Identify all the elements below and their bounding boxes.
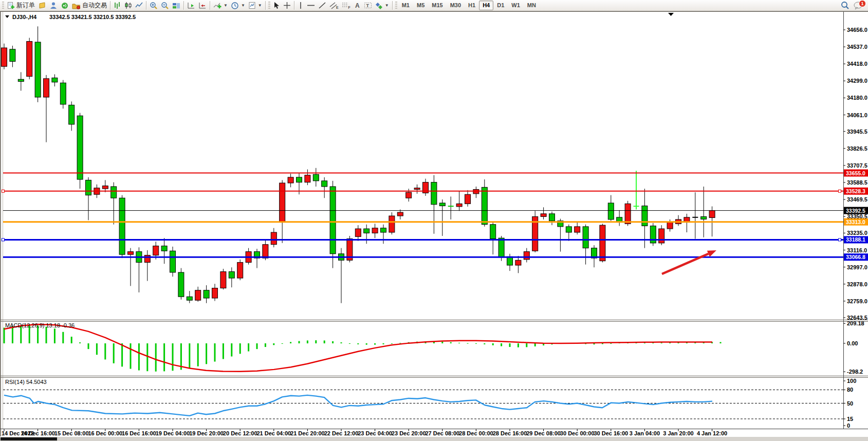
candle-body (482, 187, 487, 224)
candlestick-chart-button[interactable] (123, 1, 134, 10)
toolbar-grip[interactable] (395, 2, 397, 9)
zoom-in-button[interactable] (148, 1, 159, 10)
candle-body (60, 83, 66, 104)
indicators-button[interactable]: ▼ (212, 1, 229, 10)
hline-handle[interactable] (839, 238, 841, 241)
profiles-button[interactable] (36, 1, 48, 10)
candle-body (456, 204, 462, 207)
timeframe-h4[interactable]: H4 (479, 1, 493, 10)
horizontal-line-icon (307, 2, 315, 9)
rsi-label: RSI(14) 54.5043 (5, 379, 47, 385)
panel-collapse-icon[interactable] (668, 13, 674, 16)
symbol-dropdown-icon[interactable] (5, 15, 9, 18)
arrow-annotation-head[interactable] (707, 250, 716, 257)
trendline-button[interactable] (317, 1, 328, 10)
bar-chart-button[interactable] (112, 1, 123, 10)
cursor-button[interactable] (271, 1, 282, 10)
candle-body (271, 232, 276, 245)
profiles-icon (38, 2, 46, 9)
arrows-shapes-button[interactable]: ▼ (374, 1, 391, 10)
market-icon (49, 2, 58, 9)
line-chart-button[interactable] (134, 1, 144, 10)
rsi-tick-label: 15 (847, 416, 853, 422)
signals-button[interactable] (59, 1, 70, 10)
toolbar-grip[interactable] (268, 2, 270, 9)
search-icon[interactable] (841, 1, 849, 10)
macd-histogram-bar (54, 328, 56, 343)
templates-button[interactable]: ▼ (247, 1, 264, 10)
candle-body (583, 227, 588, 248)
crosshair-button[interactable] (282, 1, 292, 10)
timeframe-m1[interactable]: M1 (398, 1, 413, 10)
macd-histogram-bar (374, 343, 376, 345)
macd-histogram-bar (349, 343, 350, 344)
auto-scroll-button[interactable] (186, 1, 197, 10)
zoom-out-button[interactable] (159, 1, 171, 10)
macd-histogram-bar (12, 326, 13, 343)
new-order-button[interactable]: 新订单 (5, 1, 36, 10)
chart-canvas[interactable]: 34656.034537.034418.034299.034180.034061… (0, 0, 868, 441)
horizontal-line-button[interactable] (305, 1, 317, 10)
periods-button[interactable]: ▼ (229, 1, 247, 10)
candle-body (667, 223, 673, 229)
text-label-button[interactable]: T (362, 1, 374, 10)
macd-histogram-bar (214, 343, 216, 362)
toolbar-grip[interactable] (2, 2, 4, 9)
macd-histogram-bar (146, 343, 148, 371)
candle-body (195, 290, 201, 300)
hline-handle[interactable] (2, 238, 5, 241)
timeframe-h1[interactable]: H1 (465, 1, 479, 10)
price-badge-label: 33655.0 (846, 170, 865, 176)
candle-body (701, 216, 707, 219)
tile-windows-button[interactable] (171, 1, 182, 10)
candle-body (229, 272, 234, 279)
candle-body (389, 216, 395, 232)
chart-shift-button[interactable] (197, 1, 208, 10)
timeframe-w1[interactable]: W1 (508, 1, 524, 10)
time-tick-label: 19 Dec 20:00 (189, 430, 224, 436)
auto-scroll-icon (187, 2, 195, 9)
text-button[interactable]: A (353, 1, 362, 10)
candle-body (102, 186, 108, 189)
timeframe-m5[interactable]: M5 (413, 1, 428, 10)
timeframe-d1[interactable]: D1 (493, 1, 508, 10)
text-label-icon: T (364, 2, 372, 9)
timeframe-mn[interactable]: MN (524, 1, 540, 10)
candle-body (406, 192, 412, 198)
candle-body (128, 252, 134, 255)
candle-body (44, 79, 49, 97)
candle-body (170, 251, 176, 272)
equidistant-channel-button[interactable]: E (328, 1, 340, 10)
scrollbar-track (0, 437, 868, 441)
dropdown-arrow-icon: ▼ (241, 3, 245, 8)
scrollbar-thumb[interactable] (1, 437, 57, 440)
fibonacci-button[interactable]: F (340, 1, 353, 10)
hline-handle[interactable] (839, 190, 841, 192)
hline-handle[interactable] (2, 190, 5, 192)
autotrading-button[interactable]: 自动交易 (70, 1, 108, 10)
price-tick-label: 34299.0 (847, 78, 867, 84)
candle-body (507, 256, 513, 265)
timeframe-m15[interactable]: M15 (428, 1, 446, 10)
clock-icon (231, 2, 239, 10)
price-badge-label: 33392.5 (846, 208, 865, 214)
time-tick-label: 20 Dec 12:00 (223, 430, 257, 436)
time-tick-label: 14 Dec 16:00 (21, 430, 55, 436)
candle-body (566, 227, 571, 232)
time-tick-label: 28 Dec 00:00 (459, 430, 493, 436)
candle-body (52, 78, 58, 82)
macd-histogram-bar (71, 337, 72, 343)
signals-icon (61, 2, 69, 9)
timeframe-m30[interactable]: M30 (447, 1, 465, 10)
candle-body (575, 227, 580, 232)
vertical-line-button[interactable] (296, 1, 305, 10)
price-tick-label: 34180.0 (847, 95, 867, 101)
macd-histogram-bar (121, 343, 123, 366)
macd-histogram-bar (652, 343, 654, 343)
macd-histogram-bar (501, 343, 502, 346)
line-chart-icon (135, 2, 143, 9)
rsi-tick-label: 50 (847, 400, 853, 407)
notifications-button[interactable]: 1 (854, 2, 863, 10)
market-button[interactable] (48, 1, 59, 10)
macd-histogram-bar (104, 343, 106, 359)
